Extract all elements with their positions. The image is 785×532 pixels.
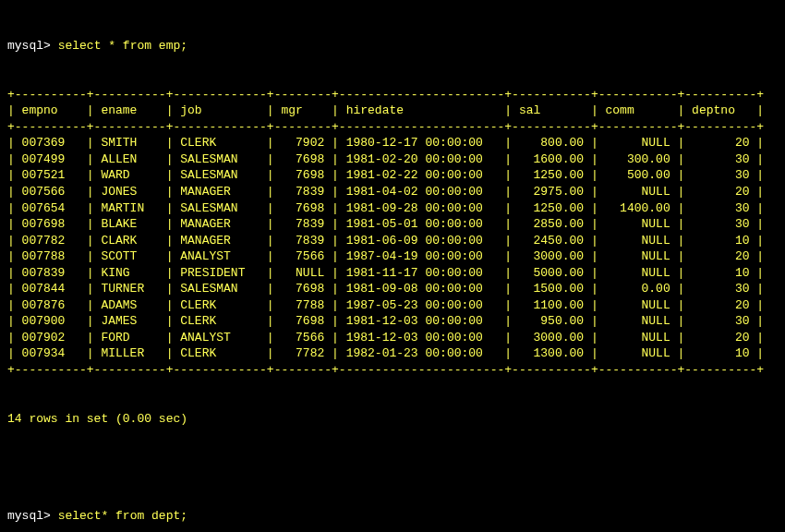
query1-footer: 14 rows in set (0.00 sec) — [7, 411, 778, 428]
query2-prompt-line: mysql> select* from dept; — [7, 508, 778, 525]
query1-prompt-line: mysql> select * from emp; — [7, 38, 778, 54]
mysql-prompt: mysql> — [7, 509, 51, 523]
emp-result-table: +----------+----------+-------------+---… — [7, 87, 778, 379]
blank-line — [7, 459, 778, 476]
mysql-prompt: mysql> — [7, 39, 51, 53]
query1-sql: select * from emp; — [58, 39, 187, 53]
mysql-terminal[interactable]: mysql> select * from emp; +----------+--… — [0, 0, 785, 532]
query2-sql: select* from dept; — [58, 509, 187, 523]
